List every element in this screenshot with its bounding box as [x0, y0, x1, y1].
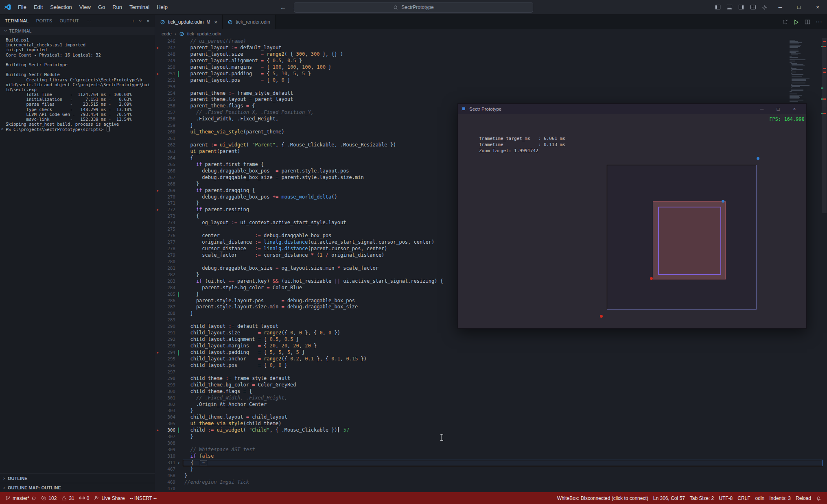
whitebox-status[interactable]: WhiteBox: Disconnected (click to connect… — [555, 495, 651, 501]
code-line[interactable]: 246 // ui_parent(frame) — [155, 38, 827, 45]
language-mode[interactable]: odin — [753, 495, 767, 501]
code-line[interactable]: 299 child_theme.bg_color = Color_GreyRed — [155, 382, 827, 388]
code-line[interactable]: 254 parent_theme := frame_style_default — [155, 90, 827, 97]
vim-mode[interactable]: -- INSERT -- — [127, 495, 159, 501]
code-line[interactable]: 304 child_theme.layout = child_layout — [155, 414, 827, 421]
code-line[interactable]: 291 child_layout.size = range2({ 0, 0 },… — [155, 330, 827, 336]
breadcrumb-item[interactable]: tick_update.odin — [187, 31, 221, 36]
panel-more-tabs-icon[interactable]: ··· — [86, 15, 91, 27]
breadcrumb-item[interactable]: code — [162, 31, 172, 36]
code-line[interactable]: 311› { ⋯ — [155, 460, 827, 466]
code-line[interactable]: 467 } — [155, 466, 827, 473]
command-center-search[interactable]: SectrPrototype — [294, 2, 533, 13]
maximize-button[interactable]: □ — [790, 0, 808, 14]
section-outline-map-outline[interactable]: ›OUTLINE MAP: OUTLINE — [0, 483, 155, 492]
code-line[interactable]: 293 child_layout.margins = { 20, 20, 20,… — [155, 343, 827, 349]
code-line[interactable]: 301 // .Fixed_Width, .Fixed_Height, — [155, 395, 827, 401]
close-button[interactable]: × — [808, 0, 827, 14]
problems-warnings[interactable]: 31 — [59, 495, 77, 501]
fold-chevron-icon[interactable]: › — [177, 460, 180, 466]
code-line[interactable]: 302 .Origin_At_Anchor_Center — [155, 401, 827, 408]
code-line[interactable]: 292 child_layout.alignment = { 0.5, 0.5 … — [155, 336, 827, 343]
toggle-panel-icon[interactable] — [726, 4, 733, 10]
menu-terminal[interactable]: Terminal — [126, 0, 153, 14]
cursor-position[interactable]: Ln 306, Col 57 — [651, 495, 687, 501]
toggle-secondary-sidebar-icon[interactable] — [738, 4, 744, 10]
customize-layout-icon[interactable] — [750, 4, 756, 10]
code-line[interactable]: 310 if false — [155, 453, 827, 460]
encoding[interactable]: UTF-8 — [716, 495, 735, 501]
code-line[interactable]: 249 parent_layout.alignment = { 0.5, 0.5… — [155, 58, 827, 64]
code-line[interactable]: 307 } — [155, 434, 827, 440]
menu-edit[interactable]: Edit — [30, 0, 46, 14]
code-line[interactable]: 309 // Whitespace AST test — [155, 447, 827, 453]
panel-tab-ports[interactable]: PORTS — [36, 15, 53, 27]
menu-file[interactable]: File — [14, 0, 30, 14]
code-line[interactable]: 306 child := ui_widget( "Child", { .Mous… — [155, 427, 827, 434]
toggle-sidebar-icon[interactable] — [715, 4, 721, 10]
code-line[interactable]: 252 parent_layout.pos = { 0, 0 } — [155, 77, 827, 84]
code-line[interactable]: 250 parent_layout.margins = { 100, 100, … — [155, 64, 827, 71]
run-file-icon[interactable] — [793, 19, 799, 25]
code-line[interactable]: 303 } — [155, 408, 827, 414]
ports-status[interactable]: 0 — [77, 495, 92, 501]
code-line[interactable]: 296 child_layout.pos = { 0, 0 } — [155, 362, 827, 369]
menu-view[interactable]: View — [76, 0, 94, 14]
menu-selection[interactable]: Selection — [46, 0, 75, 14]
terminal-output[interactable]: Build.ps1incremental_checks.ps1 imported… — [0, 35, 155, 473]
run-history-icon[interactable] — [782, 19, 788, 25]
editor-scrollbar[interactable] — [821, 38, 827, 492]
menu-go[interactable]: Go — [94, 0, 109, 14]
settings-gear-icon[interactable] — [762, 4, 768, 10]
chevron-right-icon: › — [3, 485, 5, 491]
scrollbar-slider[interactable] — [822, 38, 827, 213]
minimize-button[interactable]: ─ — [771, 0, 790, 14]
sectr-maximize-button[interactable]: □ — [770, 106, 786, 112]
sectr-prototype-window[interactable]: Sectr Prototype ─ □ × FPS: 164.998 frame… — [457, 103, 807, 329]
code-line[interactable]: 300 child_theme.flags = { — [155, 388, 827, 395]
code-line[interactable]: 469//endregion Imgui Tick — [155, 479, 827, 486]
sectr-title-bar[interactable]: Sectr Prototype ─ □ × — [458, 104, 806, 114]
close-panel-icon[interactable]: × — [147, 18, 150, 24]
code-line[interactable]: 294 child_layout.padding = { 5, 5, 5, 5 … — [155, 349, 827, 356]
section-outline[interactable]: ›OUTLINE — [0, 473, 155, 483]
terminal-section-header[interactable]: › TERMINAL — [0, 27, 155, 35]
code-line[interactable]: 468} — [155, 473, 827, 479]
panel-tab-output[interactable]: OUTPUT — [60, 15, 79, 27]
git-branch-status[interactable]: master* — [3, 495, 39, 501]
code-line[interactable]: 308 — [155, 440, 827, 447]
folded-region-placeholder[interactable]: ⋯ — [200, 460, 207, 465]
gutter-margin — [155, 285, 161, 291]
code-line[interactable]: 251 parent_layout.padding = { 5, 10, 5, … — [155, 71, 827, 77]
code-line[interactable]: 470 — [155, 486, 827, 492]
live-share[interactable]: Live Share — [92, 495, 127, 501]
code-line[interactable]: 248 parent_layout.size = range2( { 300, … — [155, 51, 827, 58]
nav-back-icon[interactable]: ← — [280, 4, 286, 11]
tab-close-icon[interactable]: × — [214, 19, 218, 25]
sectr-minimize-button[interactable]: ─ — [754, 106, 770, 112]
sectr-close-button[interactable]: × — [786, 106, 803, 112]
code-line[interactable]: 295 child_layout.anchor = range2({ 0.2, … — [155, 356, 827, 362]
menu-run[interactable]: Run — [109, 0, 126, 14]
notifications-bell[interactable] — [814, 495, 824, 501]
code-line[interactable]: 298 child_theme := frame_style_default — [155, 375, 827, 382]
code-line[interactable]: 247 parent_layout := default_layout — [155, 45, 827, 51]
editor-tab-tick_update.odin[interactable]: tick_update.odinM× — [155, 15, 223, 29]
problems-errors[interactable]: 102 — [39, 495, 59, 501]
editor-tab-tick_render.odin[interactable]: tick_render.odin — [223, 15, 276, 29]
panel-tab-terminal[interactable]: TERMINAL — [5, 15, 29, 27]
tab-size[interactable]: Tab Size: 2 — [687, 495, 716, 501]
new-terminal-icon[interactable]: + — [131, 18, 135, 24]
menu-help[interactable]: Help — [153, 0, 171, 14]
split-editor-icon[interactable] — [805, 19, 810, 25]
code-line[interactable]: 255 parent_theme.layout = parent_layout — [155, 96, 827, 103]
chevron-down-icon[interactable]: › — [138, 20, 144, 22]
code-line[interactable]: 305 ui_theme_via_style(child_theme) — [155, 421, 827, 427]
child-widget-box[interactable] — [658, 207, 721, 275]
eol-sequence[interactable]: CRLF — [735, 495, 753, 501]
code-line[interactable]: 297 — [155, 369, 827, 375]
more-actions-icon[interactable]: ··· — [816, 18, 822, 26]
indents-info[interactable]: Indents: 3 — [767, 495, 793, 501]
reload[interactable]: Reload — [793, 495, 814, 501]
code-line[interactable]: 253 — [155, 84, 827, 90]
